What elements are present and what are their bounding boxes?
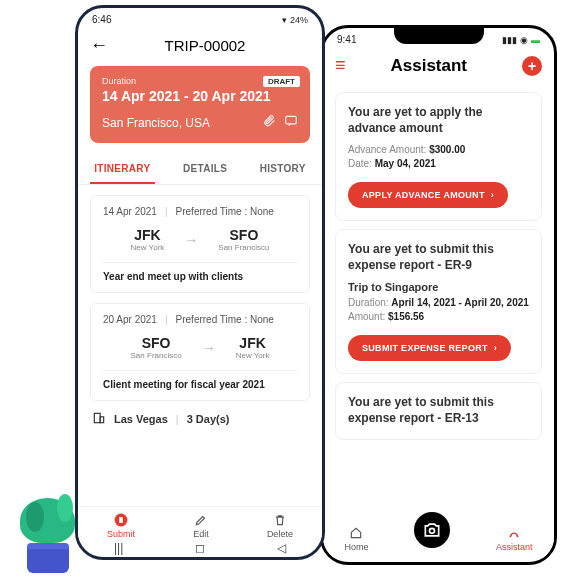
svg-rect-0 [286, 116, 297, 124]
flight-card-return[interactable]: 20 Apr 2021 | Preferred Time : None SFO … [90, 303, 310, 401]
bottom-bar: Submit Edit Delete [78, 506, 322, 541]
page-title: Assistant [344, 56, 514, 76]
flight-card-outbound[interactable]: 14 Apr 2021 | Preferred Time : None JFK … [90, 195, 310, 293]
svg-rect-1 [94, 413, 100, 422]
hotel-icon [92, 411, 106, 427]
page-title: TRIP-00002 [100, 37, 310, 54]
amount-row: Amount: $156.56 [348, 311, 529, 322]
hotel-nights: 3 Day(s) [187, 413, 230, 425]
leg-preferred-time: Preferred Time : None [176, 206, 274, 217]
home-icon[interactable]: ◻ [195, 541, 205, 555]
card-heading: You are yet to apply the advance amount [348, 105, 529, 136]
arrow-right-icon: → [202, 340, 216, 356]
arrow-right-icon: → [184, 232, 198, 248]
leg-preferred-time: Preferred Time : None [176, 314, 274, 325]
chevron-right-icon: › [494, 343, 497, 353]
apply-advance-button[interactable]: APPLY ADVANCE AMOUNT › [348, 182, 508, 208]
add-button[interactable]: + [522, 56, 542, 76]
trip-dates: 14 Apr 2021 - 20 Apr 2021 [102, 88, 298, 104]
svg-point-5 [430, 528, 435, 533]
advance-date-row: Date: May 04, 2021 [348, 158, 529, 169]
notch [394, 28, 484, 44]
tabs: ITINERARY DETAILS HISTORY [78, 155, 322, 185]
leg-from: SFO San Francisco [131, 335, 182, 360]
android-nav: ||| ◻ ◁ [78, 541, 322, 555]
leg-date: 14 Apr 2021 [103, 206, 157, 217]
tab-itinerary[interactable]: ITINERARY [90, 155, 154, 184]
advance-amount-row: Advance Amount: $300.00 [348, 144, 529, 155]
tab-history[interactable]: HISTORY [256, 155, 310, 184]
phone-ios-assistant: 9:41 ▮▮▮ ◉ ▬ ≡ Assistant + You are yet t… [320, 25, 557, 565]
trip-location: San Francisco, USA [102, 116, 210, 130]
tab-details[interactable]: DETAILS [179, 155, 231, 184]
signal-icon: ▮▮▮ [502, 35, 517, 45]
nav-home[interactable]: Home [344, 526, 368, 552]
edit-button[interactable]: Edit [193, 513, 209, 539]
recents-icon[interactable]: ||| [114, 541, 123, 555]
back-nav-icon[interactable]: ◁ [277, 541, 286, 555]
app-header: ≡ Assistant + [323, 49, 554, 84]
decorative-plant [20, 498, 75, 573]
leg-from: JFK New York [131, 227, 165, 252]
assistant-card-report-er13: You are yet to submit this expense repor… [335, 382, 542, 439]
leg-to: JFK New York [236, 335, 270, 360]
leg-note: Year end meet up with clients [103, 262, 297, 282]
status-badge: DRAFT [263, 76, 300, 87]
nav-assistant[interactable]: Assistant [496, 526, 533, 552]
chevron-right-icon: › [491, 190, 494, 200]
submit-report-button[interactable]: SUBMIT EXPENSE REPORT › [348, 335, 511, 361]
card-heading: You are yet to submit this expense repor… [348, 242, 529, 273]
leg-date: 20 Apr 2021 [103, 314, 157, 325]
status-bar: 6:46 ▾ 24% [78, 8, 322, 29]
assistant-card-report-er9: You are yet to submit this expense repor… [335, 229, 542, 374]
submit-button[interactable]: Submit [107, 513, 135, 539]
status-time: 9:41 [337, 34, 356, 45]
leg-to: SFO San Francisco [218, 227, 269, 252]
comment-icon[interactable] [284, 114, 298, 131]
status-time: 6:46 [92, 14, 111, 25]
battery-icon: ▬ [531, 35, 540, 45]
attachment-icon[interactable] [262, 114, 276, 131]
hotel-row[interactable]: Las Vegas | 3 Day(s) [92, 411, 308, 427]
svg-rect-2 [100, 417, 104, 423]
card-heading: You are yet to submit this expense repor… [348, 395, 529, 426]
wifi-icon: ▾ [282, 15, 287, 25]
phone-android-trip: 6:46 ▾ 24% ← TRIP-00002 Duration 14 Apr … [75, 5, 325, 560]
delete-button[interactable]: Delete [267, 513, 293, 539]
camera-fab[interactable] [411, 509, 453, 551]
report-subtitle: Trip to Singapore [348, 281, 529, 293]
trip-hero-card: Duration 14 Apr 2021 - 20 Apr 2021 DRAFT… [90, 66, 310, 143]
hotel-city: Las Vegas [114, 413, 168, 425]
svg-rect-4 [119, 517, 123, 523]
status-icons: ▮▮▮ ◉ ▬ [502, 35, 540, 45]
app-bar: ← TRIP-00002 [78, 29, 322, 66]
duration-row: Duration: April 14, 2021 - April 20, 202… [348, 297, 529, 308]
wifi-icon: ◉ [520, 35, 528, 45]
assistant-card-advance: You are yet to apply the advance amount … [335, 92, 542, 221]
battery-text: 24% [290, 15, 308, 25]
bottom-nav: Home Assistant [323, 520, 554, 558]
status-icons: ▾ 24% [282, 15, 308, 25]
leg-note: Client meeting for fiscal year 2021 [103, 370, 297, 390]
